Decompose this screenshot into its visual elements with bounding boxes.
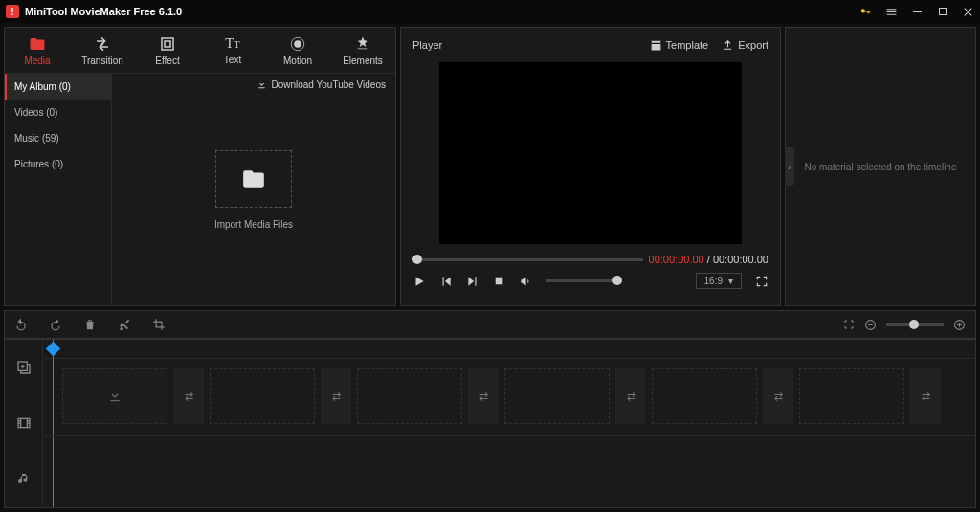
player-title: Player (412, 39, 636, 51)
split-button[interactable] (118, 318, 131, 331)
tab-label: Effect (155, 56, 179, 66)
clip-slot[interactable] (357, 368, 462, 424)
tab-motion[interactable]: Motion (265, 28, 330, 73)
video-track-icon[interactable] (5, 395, 42, 451)
aspect-ratio-select[interactable]: 16:9 ▾ (696, 273, 742, 289)
svg-rect-3 (165, 41, 170, 47)
tab-effect[interactable]: Effect (135, 28, 200, 73)
effect-icon (159, 35, 176, 53)
svg-rect-0 (913, 11, 922, 11)
svg-rect-2 (162, 38, 173, 50)
transition-slot[interactable]: ⇄ (910, 368, 941, 424)
progress-slider[interactable] (412, 258, 643, 261)
import-label: Import Media Files (112, 219, 395, 230)
template-button[interactable]: Template (650, 39, 709, 52)
sidebar-item-videos[interactable]: Videos (0) (5, 100, 111, 125)
tab-label: Elements (343, 56, 383, 66)
elements-icon (354, 35, 371, 53)
template-icon (650, 39, 662, 52)
svg-rect-9 (868, 323, 872, 324)
tab-label: Text (224, 55, 241, 65)
next-button[interactable] (466, 275, 479, 288)
collapse-handle[interactable]: › (785, 147, 794, 186)
tab-text[interactable]: TT Text (200, 28, 265, 73)
import-media-button[interactable] (215, 150, 292, 208)
svg-point-4 (294, 40, 301, 48)
fit-zoom-icon[interactable] (843, 319, 855, 330)
add-track-button[interactable] (5, 340, 42, 395)
transition-icon (94, 35, 111, 53)
download-icon (256, 79, 267, 90)
undo-button[interactable] (14, 318, 28, 331)
zoom-in-button[interactable] (953, 319, 966, 331)
clip-slot[interactable] (210, 368, 315, 424)
preview-viewport (439, 62, 742, 244)
prev-button[interactable] (439, 275, 453, 288)
export-button[interactable]: Export (722, 39, 768, 52)
volume-slider[interactable] (546, 279, 622, 282)
video-track[interactable]: ⇄ ⇄ ⇄ ⇄ ⇄ ⇄ (43, 368, 975, 426)
tab-elements[interactable]: Elements (330, 28, 395, 73)
close-button[interactable] (962, 6, 974, 18)
app-title: MiniTool MovieMaker Free 6.1.0 (25, 6, 859, 17)
clip-slot[interactable] (504, 368, 610, 424)
audio-track[interactable] (43, 435, 975, 483)
folder-icon (241, 167, 266, 191)
zoom-out-button[interactable] (864, 319, 877, 331)
export-label: Export (738, 39, 768, 51)
sidebar-item-myalbum[interactable]: My Album (0) (5, 74, 111, 100)
transition-slot[interactable]: ⇄ (615, 368, 646, 424)
tab-media[interactable]: Media (5, 28, 70, 73)
tab-label: Media (24, 56, 50, 66)
template-label: Template (666, 39, 709, 51)
inspector-panel: › No material selected on the timeline (785, 27, 976, 306)
motion-icon (289, 35, 306, 53)
player-panel: Player Template Export 00:00:00.00 / 00:… (400, 27, 781, 306)
clip-slot[interactable] (62, 368, 167, 424)
crop-button[interactable] (152, 318, 166, 331)
folder-icon (29, 35, 46, 53)
timeline: ⇄ ⇄ ⇄ ⇄ ⇄ ⇄ (4, 339, 976, 508)
inspector-empty-message: No material selected on the timeline (795, 162, 967, 172)
activate-icon[interactable] (859, 6, 872, 18)
media-panel: Media Transition Effect TT Text Motion E… (4, 27, 396, 306)
maximize-button[interactable] (937, 6, 948, 17)
timeline-ruler[interactable] (43, 340, 975, 359)
transition-slot[interactable]: ⇄ (468, 368, 499, 424)
transition-slot[interactable]: ⇄ (173, 368, 204, 424)
delete-button[interactable] (83, 318, 97, 331)
play-button[interactable] (412, 275, 426, 288)
svg-rect-6 (358, 48, 368, 49)
redo-button[interactable] (49, 318, 62, 331)
tab-label: Motion (283, 56, 312, 66)
tab-label: Transition (81, 56, 123, 66)
clip-slot[interactable] (652, 368, 757, 424)
zoom-slider[interactable] (886, 323, 944, 326)
timeline-toolbar (4, 310, 976, 339)
download-youtube-link[interactable]: Download YouTube Videos (256, 79, 386, 90)
download-label: Download YouTube Videos (271, 79, 386, 90)
timecode: 00:00:00.00 / 00:00:00.00 (649, 254, 768, 265)
transition-slot[interactable]: ⇄ (321, 368, 351, 424)
transition-slot[interactable]: ⇄ (763, 368, 793, 424)
volume-icon[interactable] (519, 275, 532, 288)
svg-rect-1 (940, 9, 947, 15)
app-logo: ! (6, 5, 19, 18)
text-icon: TT (225, 35, 239, 52)
export-icon (722, 39, 734, 52)
fullscreen-button[interactable] (755, 275, 768, 288)
ratio-value: 16:9 (704, 276, 723, 286)
clip-slot[interactable] (799, 368, 904, 424)
tab-transition[interactable]: Transition (70, 28, 135, 73)
menu-icon[interactable] (885, 6, 898, 18)
svg-rect-7 (496, 278, 503, 285)
sidebar-item-music[interactable]: Music (59) (5, 125, 111, 151)
stop-button[interactable] (493, 275, 505, 287)
svg-rect-12 (959, 323, 960, 326)
sidebar-item-pictures[interactable]: Pictures (0) (5, 151, 111, 177)
chevron-down-icon: ▾ (728, 276, 733, 286)
minimize-button[interactable] (911, 6, 924, 18)
audio-track-icon[interactable] (5, 452, 42, 507)
